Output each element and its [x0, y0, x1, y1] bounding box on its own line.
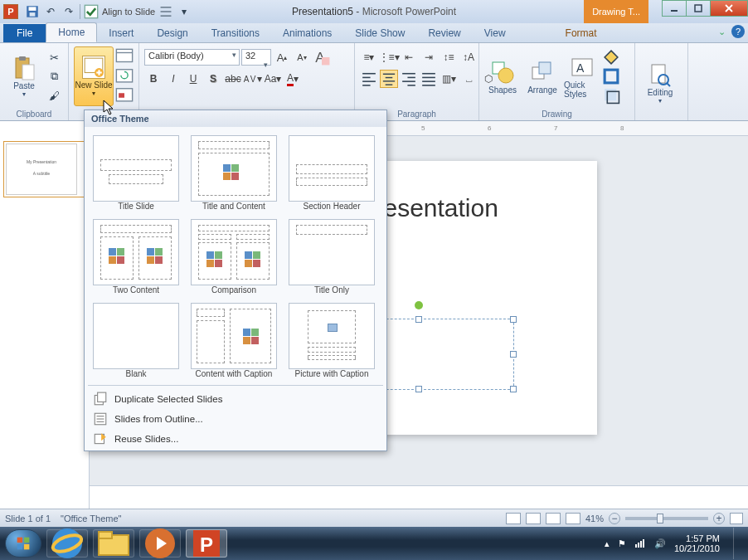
italic-icon[interactable]: I	[164, 70, 182, 88]
change-case-icon[interactable]: Aa▾	[264, 70, 282, 88]
paste-button[interactable]: Paste▾	[5, 47, 43, 105]
distribute-icon[interactable]	[158, 4, 173, 19]
reuse-slides-menuitem[interactable]: Reuse Slides...	[85, 429, 386, 449]
shape-effects-icon[interactable]	[602, 86, 620, 105]
shape-fill-icon[interactable]	[602, 48, 620, 66]
bold-icon[interactable]: B	[144, 70, 163, 88]
font-color-icon[interactable]: A▾	[284, 70, 302, 88]
quick-styles-button[interactable]: A Quick Styles	[564, 47, 600, 105]
numbering-icon[interactable]: ⋮≡▾	[380, 48, 398, 66]
layout-picture-with-caption[interactable]: Picture with Caption	[289, 303, 375, 378]
decrease-indent-icon[interactable]: ⇤	[400, 48, 418, 66]
fit-to-window-icon[interactable]	[730, 513, 743, 524]
design-tab[interactable]: Design	[145, 24, 199, 42]
taskbar-ie-icon[interactable]	[46, 529, 88, 558]
align-check-icon[interactable]	[84, 4, 99, 19]
format-painter-icon[interactable]: 🖌	[45, 86, 63, 105]
taskbar-explorer-icon[interactable]	[93, 529, 134, 558]
align-left-icon[interactable]	[360, 70, 378, 88]
transitions-tab[interactable]: Transitions	[200, 24, 271, 42]
minimize-ribbon-icon[interactable]: ⌄	[715, 25, 728, 38]
taskbar-wmp-icon[interactable]	[139, 529, 181, 558]
align-text-icon[interactable]: ⎵	[459, 70, 478, 88]
file-tab[interactable]: File	[3, 24, 46, 42]
zoom-in-icon[interactable]: +	[713, 513, 725, 524]
arrange-button[interactable]: Arrange	[522, 47, 562, 105]
sorter-view-icon[interactable]	[526, 513, 541, 524]
underline-icon[interactable]: U	[184, 70, 202, 88]
normal-view-icon[interactable]	[506, 513, 521, 524]
flag-icon[interactable]: ⚑	[618, 538, 626, 549]
new-slide-button[interactable]: New Slide▾	[74, 46, 114, 106]
layout-title-and-content[interactable]: Title and Content	[191, 135, 277, 211]
reset-icon[interactable]	[115, 67, 134, 85]
section-icon[interactable]	[115, 86, 134, 105]
qat-customize-icon[interactable]: ▾	[177, 4, 192, 19]
save-icon[interactable]	[25, 4, 40, 19]
grow-font-icon[interactable]: A▴	[273, 48, 291, 66]
tray-up-icon[interactable]: ▴	[605, 538, 610, 549]
format-tab[interactable]: Format	[554, 24, 609, 42]
slideshow-tab[interactable]: Slide Show	[343, 24, 416, 42]
strikethrough-icon[interactable]: abc	[224, 70, 242, 88]
align-center-icon[interactable]	[380, 70, 398, 88]
slideshow-view-icon[interactable]	[566, 513, 580, 524]
copy-icon[interactable]: ⧉	[45, 67, 63, 85]
reading-view-icon[interactable]	[546, 513, 561, 524]
undo-icon[interactable]: ↶	[43, 4, 58, 19]
zoom-slider[interactable]	[625, 517, 708, 520]
layout-title-slide[interactable]: Title Slide	[93, 135, 179, 211]
rotation-handle[interactable]	[415, 301, 423, 309]
cut-icon[interactable]: ✂	[45, 48, 63, 66]
layout-icon[interactable]	[115, 48, 134, 66]
shadow-icon[interactable]: S	[204, 70, 222, 88]
slides-from-outline-menuitem[interactable]: Slides from Outline...	[85, 409, 386, 429]
text-direction-icon[interactable]: ↕A	[459, 48, 478, 66]
increase-indent-icon[interactable]: ⇥	[420, 48, 438, 66]
slide-thumbnail-1[interactable]: My Presentation A subtitle	[3, 141, 85, 197]
editing-button[interactable]: Editing▾	[640, 54, 680, 112]
close-button[interactable]	[710, 0, 748, 17]
shrink-font-icon[interactable]: A▾	[293, 48, 311, 66]
duplicate-slides-menuitem[interactable]: Duplicate Selected Slides	[85, 389, 386, 409]
font-size-select[interactable]: 32	[241, 49, 271, 66]
layout-section-header[interactable]: Section Header	[289, 135, 375, 211]
align-right-icon[interactable]	[400, 70, 418, 88]
resize-handle-e[interactable]	[510, 351, 517, 358]
resize-handle-n[interactable]	[415, 316, 422, 323]
resize-handle-s[interactable]	[415, 386, 422, 392]
redo-icon[interactable]: ↷	[61, 4, 76, 19]
animations-tab[interactable]: Animations	[271, 24, 343, 42]
layout-blank[interactable]: Blank	[93, 303, 179, 378]
clock[interactable]: 1:57 PM 10/21/2010	[674, 533, 720, 553]
volume-icon[interactable]: 🔊	[654, 538, 666, 549]
layout-two-content[interactable]: Two Content	[93, 219, 179, 295]
layout-comparison[interactable]: Comparison	[191, 219, 277, 295]
shapes-button[interactable]: Shapes	[484, 47, 521, 105]
shape-outline-icon[interactable]	[602, 67, 620, 85]
view-tab[interactable]: View	[473, 24, 517, 42]
start-button[interactable]	[5, 529, 41, 558]
minimize-button[interactable]	[662, 0, 687, 17]
columns-icon[interactable]: ▥▾	[440, 70, 458, 88]
layout-content-with-caption[interactable]: Content with Caption	[191, 303, 277, 378]
resize-handle-se[interactable]	[510, 386, 517, 392]
resize-handle-ne[interactable]	[510, 316, 517, 323]
maximize-button[interactable]	[686, 0, 711, 17]
bullets-icon[interactable]: ≡▾	[360, 48, 378, 66]
help-icon[interactable]: ?	[731, 25, 745, 38]
slide-thumbnails-pane[interactable]: 1 My Presentation A subtitle	[0, 136, 90, 514]
show-desktop-button[interactable]	[733, 528, 743, 559]
clear-formatting-icon[interactable]: A	[313, 48, 331, 66]
justify-icon[interactable]	[420, 70, 438, 88]
network-icon[interactable]	[634, 537, 646, 550]
review-tab[interactable]: Review	[416, 24, 472, 42]
zoom-out-icon[interactable]: −	[609, 513, 620, 524]
insert-tab[interactable]: Insert	[97, 24, 145, 42]
font-name-select[interactable]: Calibri (Body)	[144, 49, 240, 66]
layout-title-only[interactable]: Title Only	[289, 219, 375, 295]
line-spacing-icon[interactable]: ↕≡	[440, 48, 458, 66]
home-tab[interactable]: Home	[46, 22, 97, 42]
char-spacing-icon[interactable]: AV▾	[244, 70, 262, 88]
taskbar-powerpoint-icon[interactable]: P	[186, 529, 227, 558]
